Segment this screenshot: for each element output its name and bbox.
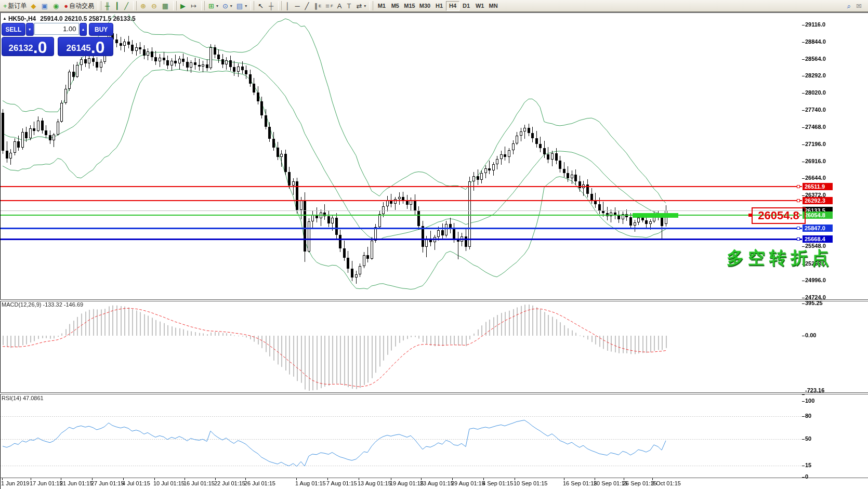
symbol-period-label: HK50-,H4 — [8, 15, 36, 22]
hline-handle[interactable] — [797, 227, 800, 230]
timeframe-h1[interactable]: H1 — [432, 1, 446, 11]
toolbar-separator — [133, 1, 137, 10]
hline-handle[interactable] — [797, 237, 800, 241]
horizontal-line-icon[interactable]: ─ — [293, 1, 303, 11]
toolbar-group-1: ╫┃╱ — [103, 1, 131, 11]
text-icon[interactable]: A — [335, 1, 345, 11]
data-window-icon[interactable]: ▣ — [40, 1, 51, 11]
time-axis-label: 7 Aug 01:15 — [326, 480, 357, 486]
templates-icon[interactable]: ▤▾ — [234, 1, 249, 11]
rsi-axis-tick: 100 — [805, 398, 814, 404]
macd-pane-separator[interactable] — [0, 299, 868, 301]
search-icon[interactable]: ⌕ — [845, 1, 854, 11]
text-label-icon[interactable]: T — [345, 1, 354, 11]
periods-icon[interactable]: ⊙▾ — [220, 1, 234, 11]
timeframe-w1[interactable]: W1 — [473, 1, 486, 11]
rsi-axis-tick: 80 — [805, 413, 811, 419]
auto-scroll-icon: ▶ — [180, 3, 186, 9]
collapse-arrow-icon[interactable]: ▲ — [3, 16, 7, 21]
time-axis-label: 4 Sep 01:15 — [482, 480, 513, 486]
periods-icon: ⊙ — [222, 3, 228, 9]
price-axis-tick: 29116.0 — [805, 21, 825, 28]
arrows-icon-dropdown[interactable]: ▾ — [364, 4, 366, 8]
price-axis-tick: 26644.0 — [805, 175, 826, 181]
signals-icon[interactable]: ◉ — [51, 1, 62, 11]
horizontal-line-icon: ─ — [295, 3, 299, 9]
timeframe-d1[interactable]: D1 — [459, 1, 473, 11]
candlestick-chart-icon: ┃ — [115, 3, 119, 9]
indicators-icon-dropdown[interactable]: ▾ — [216, 4, 218, 8]
fibonacci-icon: ≡ — [325, 3, 330, 9]
toolbar-group-4: ⊞▾⊙▾▤▾ — [206, 1, 249, 11]
market-watch-icon: ◆ — [31, 3, 36, 9]
autotrading-button: ● — [64, 3, 68, 9]
time-axis-separator — [0, 478, 868, 478]
periods-icon-dropdown[interactable]: ▾ — [230, 4, 232, 8]
templates-icon-dropdown[interactable]: ▾ — [245, 4, 247, 8]
sell-button[interactable]: SELL — [2, 23, 25, 36]
chart-surface[interactable] — [0, 0, 868, 489]
hline-handle[interactable] — [797, 185, 800, 188]
price-note-handle[interactable] — [748, 214, 752, 217]
autotrading-button-label: 自动交易 — [69, 2, 94, 10]
time-axis-label: 23 Aug 01:15 — [420, 480, 454, 486]
hline-handle[interactable] — [797, 199, 800, 202]
sell-price-display[interactable]: 26132.0 — [2, 37, 54, 56]
price-badge: 25847.0 — [803, 224, 833, 232]
line-chart-icon[interactable]: ╱ — [122, 1, 131, 11]
timeframe-m1[interactable]: M1 — [375, 1, 388, 11]
trendline-icon[interactable]: ╱ — [303, 1, 312, 11]
crosshair-icon[interactable]: ┼ — [267, 1, 277, 11]
rsi-axis-tick: 15 — [805, 462, 811, 468]
timeframe-h4[interactable]: H4 — [446, 1, 459, 11]
buy-price-display[interactable]: 26145.0 — [58, 37, 113, 56]
macd-axis-tick: 395.25 — [805, 300, 823, 306]
toolbar-group-6: │─╱∥E≡FAT⇄▾ — [283, 1, 368, 11]
bar-chart-icon[interactable]: ╫ — [103, 1, 113, 11]
price-axis-tick: 28020.0 — [805, 89, 826, 96]
market-watch-icon[interactable]: ◆ — [29, 1, 40, 11]
time-axis-label: 21 Jun 01:15 — [60, 480, 93, 486]
one-click-trading-panel: SELL ▼ ▲ BUY 26132.0 26145.0 — [2, 23, 113, 56]
toolbar-separator — [98, 1, 101, 10]
fibonacci-icon[interactable]: ≡F — [323, 1, 335, 11]
macd-axis-tick: 0.00 — [805, 332, 816, 338]
toolbar-separator — [173, 1, 177, 10]
equidistant-channel-icon[interactable]: ∥E — [312, 1, 323, 11]
new-order-button[interactable]: +新订单 — [1, 1, 29, 11]
cursor-icon[interactable]: ↖ — [256, 1, 267, 11]
toolbar-group-0: +新订单◆▣◉●自动交易 — [1, 1, 96, 11]
timeframe-m15[interactable]: M15 — [402, 1, 417, 11]
timeframe-m5[interactable]: M5 — [388, 1, 402, 11]
chart-shift-icon[interactable]: ↦ — [189, 1, 200, 11]
price-axis-tick: 27468.0 — [805, 124, 826, 130]
volume-up-button[interactable]: ▲ — [80, 23, 87, 36]
timeframe-m30[interactable]: M30 — [417, 1, 432, 11]
price-badge: 25668.4 — [803, 235, 833, 243]
toolbar-divider — [0, 12, 868, 13]
candlestick-chart-icon[interactable]: ┃ — [113, 1, 122, 11]
autotrading-button[interactable]: ●自动交易 — [62, 1, 96, 11]
tile-windows-icon[interactable]: ▦ — [160, 1, 172, 11]
zoom-out-icon[interactable]: ⊖ — [149, 1, 160, 11]
auto-scroll-icon[interactable]: ▶ — [178, 1, 189, 11]
rsi-pane-separator[interactable] — [0, 392, 868, 394]
price-badge: 26054.8 — [803, 212, 833, 219]
price-axis-border — [0, 12, 1, 489]
vertical-line-icon[interactable]: │ — [283, 1, 293, 11]
time-axis-label: 19 Aug 01:15 — [390, 480, 424, 486]
turning-point-note[interactable]: 多空转折点 — [727, 246, 833, 270]
arrows-icon[interactable]: ⇄▾ — [354, 1, 368, 11]
zoom-in-icon[interactable]: ⊕ — [138, 1, 149, 11]
equidistant-channel-icon: ∥ — [314, 3, 318, 9]
timeframe-mn[interactable]: MN — [486, 1, 500, 11]
volume-down-button[interactable]: ▼ — [26, 23, 34, 36]
time-axis-label: 26 Jul 01:15 — [244, 480, 275, 486]
buy-button[interactable]: BUY — [89, 23, 113, 36]
price-note-box[interactable]: 26054.8 — [752, 207, 806, 224]
toolbar-group-2: ⊕⊖▦ — [138, 1, 172, 11]
indicators-icon[interactable]: ⊞▾ — [206, 1, 220, 11]
volume-input[interactable] — [34, 23, 79, 35]
chat-icon[interactable]: ✉ — [854, 1, 865, 11]
toolbar-separator — [370, 1, 373, 10]
